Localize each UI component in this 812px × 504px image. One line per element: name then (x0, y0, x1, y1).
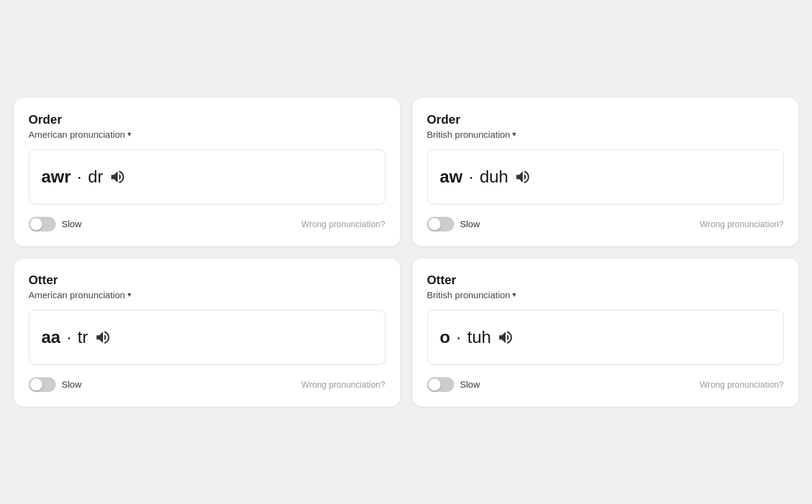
card-footer-order-british: Slow Wrong pronunciation? (427, 217, 784, 231)
card-footer-otter-british: Slow Wrong pronunciation? (427, 377, 784, 392)
card-title-order-british: Order (427, 113, 784, 127)
toggle-knob-order-american (30, 218, 42, 230)
speaker-icon-otter-british[interactable] (497, 329, 514, 346)
phonetic-separator-otter-british: · (457, 328, 461, 347)
phonetic-box-otter-american: aa·tr (29, 310, 385, 365)
slow-toggle-switch-order-british[interactable] (427, 217, 454, 231)
pronunciation-type-otter-british[interactable]: British pronunciation ▾ (427, 290, 784, 300)
speaker-icon-otter-american[interactable] (94, 329, 112, 346)
slow-label-otter-british: Slow (460, 379, 480, 389)
chevron-down-icon: ▾ (127, 130, 131, 138)
slow-label-order-british: Slow (460, 219, 480, 229)
card-order-american: Order American pronunciation ▾ awr·dr (14, 98, 400, 246)
chevron-down-icon: ▾ (127, 290, 131, 299)
phonetic-bold-otter-american: aa (42, 328, 61, 347)
pronunciation-type-order-british[interactable]: British pronunciation ▾ (427, 129, 784, 140)
slow-toggle-switch-order-american[interactable] (29, 217, 56, 231)
phonetic-box-otter-british: o·tuh (427, 310, 784, 365)
pronunciation-grid: Order American pronunciation ▾ awr·dr (14, 98, 799, 407)
phonetic-text-otter-american: aa·tr (42, 328, 112, 347)
phonetic-normal-order-american: dr (88, 167, 104, 187)
speaker-icon-order-british[interactable] (514, 168, 531, 186)
phonetic-bold-order-british: aw (440, 167, 463, 187)
phonetic-text-otter-british: o·tuh (440, 328, 515, 347)
card-order-british: Order British pronunciation ▾ aw·duh (412, 98, 799, 246)
pronunciation-type-order-american[interactable]: American pronunciation ▾ (29, 129, 385, 140)
phonetic-separator-order-british: · (469, 167, 474, 187)
phonetic-text-order-british: aw·duh (440, 167, 532, 187)
wrong-pronunciation-link-order-british[interactable]: Wrong pronunciation? (700, 219, 784, 229)
slow-label-order-american: Slow (62, 219, 82, 229)
card-footer-order-american: Slow Wrong pronunciation? (29, 217, 385, 231)
phonetic-bold-otter-british: o (440, 328, 450, 347)
slow-toggle-order-american: Slow (29, 217, 82, 231)
wrong-pronunciation-link-otter-american[interactable]: Wrong pronunciation? (302, 380, 385, 389)
slow-toggle-otter-british: Slow (427, 377, 480, 392)
card-otter-british: Otter British pronunciation ▾ o·tuh (412, 258, 799, 407)
card-footer-otter-american: Slow Wrong pronunciation? (29, 377, 385, 392)
phonetic-bold-order-american: awr (42, 167, 71, 187)
chevron-down-icon: ▾ (512, 130, 516, 138)
phonetic-normal-otter-american: tr (77, 328, 88, 347)
slow-label-otter-american: Slow (62, 379, 82, 389)
phonetic-separator-order-american: · (77, 167, 82, 187)
card-title-order-american: Order (29, 113, 385, 127)
toggle-knob-order-british (428, 218, 441, 230)
wrong-pronunciation-link-order-american[interactable]: Wrong pronunciation? (302, 219, 385, 229)
toggle-knob-otter-british (428, 378, 441, 391)
card-title-otter-american: Otter (29, 273, 385, 287)
pronunciation-type-otter-american[interactable]: American pronunciation ▾ (29, 290, 385, 300)
phonetic-normal-otter-british: tuh (467, 328, 491, 347)
phonetic-box-order-american: awr·dr (29, 149, 385, 205)
slow-toggle-order-british: Slow (427, 217, 480, 231)
wrong-pronunciation-link-otter-british[interactable]: Wrong pronunciation? (700, 380, 784, 389)
slow-toggle-switch-otter-american[interactable] (29, 377, 56, 392)
slow-toggle-switch-otter-british[interactable] (427, 377, 454, 392)
speaker-icon-order-american[interactable] (109, 168, 126, 186)
phonetic-separator-otter-american: · (67, 328, 72, 347)
card-otter-american: Otter American pronunciation ▾ aa·tr (14, 258, 400, 407)
phonetic-normal-order-british: duh (480, 167, 509, 187)
phonetic-text-order-american: awr·dr (42, 167, 127, 187)
phonetic-box-order-british: aw·duh (427, 149, 784, 205)
card-title-otter-british: Otter (427, 273, 784, 287)
slow-toggle-otter-american: Slow (29, 377, 82, 392)
chevron-down-icon: ▾ (512, 290, 516, 299)
toggle-knob-otter-american (30, 378, 42, 391)
